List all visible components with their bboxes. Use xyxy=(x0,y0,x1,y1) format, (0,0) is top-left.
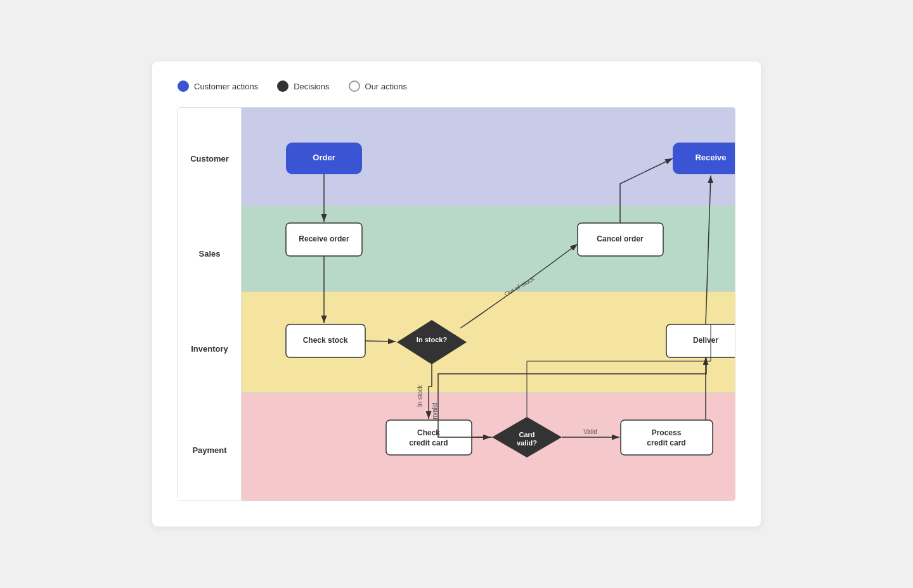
receive-label: Receive xyxy=(695,153,726,162)
legend-dot-blue xyxy=(178,80,189,92)
diagram: Customer Sales Inventory Payment xyxy=(178,107,735,501)
legend-decisions: Decisions xyxy=(277,80,329,92)
flowchart-svg: Order Receive Receive order Cancel order… xyxy=(242,108,735,501)
page-container: Customer actions Decisions Our actions C… xyxy=(152,61,761,527)
in-stock-label: In stock? xyxy=(417,336,448,343)
legend-label-our-actions: Our actions xyxy=(365,82,407,91)
legend-our-actions: Our actions xyxy=(349,80,407,92)
check-credit-card-label-2: credit card xyxy=(409,438,448,447)
arrow-invalid-label: Invalid xyxy=(431,403,438,421)
card-valid-label-1: Card xyxy=(519,431,534,438)
lane-label-inventory: Inventory xyxy=(178,298,241,399)
legend: Customer actions Decisions Our actions xyxy=(178,80,735,92)
process-credit-card-label-1: Process xyxy=(652,428,682,437)
lane-labels: Customer Sales Inventory Payment xyxy=(178,108,242,501)
order-label: Order xyxy=(313,153,335,162)
arrow-check-stock-to-in-stock xyxy=(365,341,396,342)
diagram-svg-container: Order Receive Receive order Cancel order… xyxy=(242,108,735,501)
arrow-in-stock-label: In stock xyxy=(417,385,424,407)
card-valid-label-2: valid? xyxy=(517,439,537,447)
cancel-order-label: Cancel order xyxy=(597,234,644,243)
lane-label-customer: Customer xyxy=(178,108,241,209)
arrow-valid-label: Valid xyxy=(583,428,597,435)
legend-customer-actions: Customer actions xyxy=(178,80,258,92)
check-credit-card-label-1: Check xyxy=(417,428,440,437)
lane-label-sales: Sales xyxy=(178,209,241,298)
lane-label-payment: Payment xyxy=(178,399,241,501)
receive-order-label: Receive order xyxy=(299,234,349,243)
legend-label-decisions: Decisions xyxy=(294,82,329,91)
legend-dot-dark xyxy=(277,80,288,92)
check-stock-label: Check stock xyxy=(303,336,348,345)
deliver-label: Deliver xyxy=(693,336,718,345)
process-credit-card-label-2: credit card xyxy=(647,438,685,447)
legend-dot-outline xyxy=(349,80,360,92)
legend-label-customer-actions: Customer actions xyxy=(194,82,258,91)
process-credit-card-node xyxy=(621,420,713,455)
